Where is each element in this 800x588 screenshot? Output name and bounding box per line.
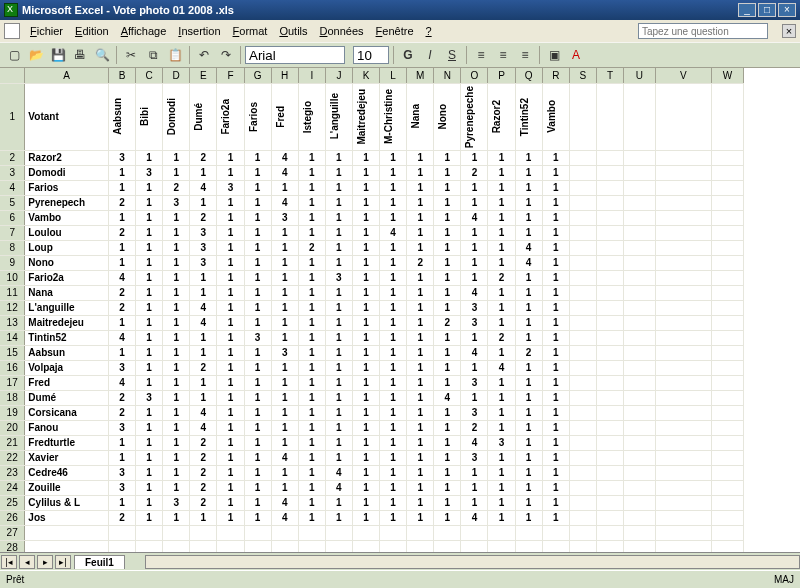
cell[interactable]: Maitredejeu <box>352 83 379 150</box>
cell[interactable]: 1 <box>136 210 163 225</box>
cell[interactable]: 1 <box>325 405 352 420</box>
cell[interactable]: 1 <box>190 195 217 210</box>
cell[interactable]: 1 <box>108 315 135 330</box>
cell[interactable]: 1 <box>271 360 298 375</box>
cell[interactable]: 4 <box>108 330 135 345</box>
cell[interactable]: 3 <box>190 240 217 255</box>
cell[interactable]: 1 <box>190 510 217 525</box>
col-header[interactable]: H <box>271 68 298 83</box>
cell[interactable]: 1 <box>407 150 434 165</box>
cell[interactable] <box>271 540 298 552</box>
cell[interactable]: Maitredejeu <box>25 315 109 330</box>
cell[interactable]: 1 <box>380 165 407 180</box>
cell[interactable]: 2 <box>190 210 217 225</box>
row-header[interactable]: 26 <box>0 510 25 525</box>
cell[interactable]: 1 <box>298 315 325 330</box>
col-header[interactable]: I <box>298 68 325 83</box>
cell[interactable]: 1 <box>163 465 190 480</box>
cell[interactable]: 4 <box>461 345 488 360</box>
cell[interactable]: 1 <box>136 225 163 240</box>
cell[interactable]: 1 <box>190 270 217 285</box>
cell[interactable]: 1 <box>515 450 542 465</box>
cell[interactable] <box>163 540 190 552</box>
cell[interactable]: Nana <box>407 83 434 150</box>
cell[interactable]: 1 <box>380 435 407 450</box>
cell[interactable]: 1 <box>542 195 569 210</box>
cell[interactable]: 1 <box>298 360 325 375</box>
cell[interactable]: Fanou <box>25 420 109 435</box>
col-header[interactable]: D <box>163 68 190 83</box>
cell[interactable]: 1 <box>407 420 434 435</box>
cell[interactable]: 1 <box>325 180 352 195</box>
cell[interactable]: 1 <box>298 510 325 525</box>
cell[interactable]: 4 <box>461 210 488 225</box>
menu-format[interactable]: Format <box>227 23 274 39</box>
cell[interactable]: 3 <box>108 360 135 375</box>
cell[interactable]: 1 <box>163 435 190 450</box>
cell[interactable]: 1 <box>325 225 352 240</box>
tab-prev-icon[interactable]: ◂ <box>19 555 35 569</box>
cell[interactable]: Fario2a <box>25 270 109 285</box>
cell[interactable] <box>542 525 569 540</box>
cell[interactable]: 1 <box>325 450 352 465</box>
cell[interactable]: 1 <box>461 360 488 375</box>
cell[interactable]: L'anguille <box>25 300 109 315</box>
cell[interactable]: 1 <box>136 240 163 255</box>
row-header[interactable]: 3 <box>0 165 25 180</box>
cell[interactable]: 1 <box>488 495 515 510</box>
cell[interactable]: 1 <box>298 435 325 450</box>
cell[interactable]: Bibi <box>136 83 163 150</box>
cell[interactable]: 1 <box>217 225 244 240</box>
horizontal-scrollbar[interactable] <box>145 555 800 569</box>
cell[interactable]: 1 <box>244 510 271 525</box>
cell[interactable]: 1 <box>298 465 325 480</box>
cell[interactable]: 1 <box>108 210 135 225</box>
cell[interactable]: 1 <box>352 465 379 480</box>
cell[interactable]: Istegio <box>298 83 325 150</box>
col-header[interactable]: R <box>542 68 569 83</box>
menu-données[interactable]: Données <box>314 23 370 39</box>
col-header[interactable]: Q <box>515 68 542 83</box>
cell[interactable]: 4 <box>434 390 461 405</box>
cell[interactable]: 2 <box>108 195 135 210</box>
cell[interactable]: 3 <box>163 195 190 210</box>
italic-icon[interactable]: I <box>420 45 440 65</box>
cell[interactable]: Tintin52 <box>515 83 542 150</box>
cell[interactable] <box>569 525 596 540</box>
cell[interactable]: 1 <box>542 465 569 480</box>
col-header[interactable]: V <box>655 68 711 83</box>
cell[interactable]: 1 <box>271 330 298 345</box>
cell[interactable]: 1 <box>244 465 271 480</box>
cell[interactable]: 1 <box>407 465 434 480</box>
cell[interactable]: 1 <box>542 450 569 465</box>
cell[interactable]: 1 <box>515 225 542 240</box>
cell[interactable]: 1 <box>325 390 352 405</box>
cell[interactable]: 1 <box>352 150 379 165</box>
new-icon[interactable]: ▢ <box>4 45 24 65</box>
cell[interactable]: 1 <box>244 165 271 180</box>
cell[interactable]: 1 <box>244 210 271 225</box>
cell[interactable]: 1 <box>407 300 434 315</box>
cell[interactable]: 1 <box>542 375 569 390</box>
cell[interactable]: 3 <box>488 435 515 450</box>
cell[interactable]: 4 <box>271 195 298 210</box>
cell[interactable]: 3 <box>136 390 163 405</box>
minimize-button[interactable]: _ <box>738 3 756 17</box>
cell[interactable]: 1 <box>298 195 325 210</box>
cell[interactable]: 1 <box>461 195 488 210</box>
cell[interactable]: 3 <box>108 150 135 165</box>
cell[interactable]: 1 <box>380 330 407 345</box>
cell[interactable]: Loulou <box>25 225 109 240</box>
cell[interactable]: 1 <box>271 420 298 435</box>
select-all-corner[interactable] <box>0 68 25 83</box>
cell[interactable]: 1 <box>244 270 271 285</box>
cell[interactable]: 1 <box>217 345 244 360</box>
cell[interactable]: 1 <box>217 435 244 450</box>
cell[interactable] <box>298 525 325 540</box>
cell[interactable]: 1 <box>461 255 488 270</box>
maximize-button[interactable]: □ <box>758 3 776 17</box>
cell[interactable]: 1 <box>515 390 542 405</box>
cell[interactable]: 1 <box>352 390 379 405</box>
cell[interactable]: 1 <box>434 405 461 420</box>
cell[interactable]: 1 <box>217 420 244 435</box>
